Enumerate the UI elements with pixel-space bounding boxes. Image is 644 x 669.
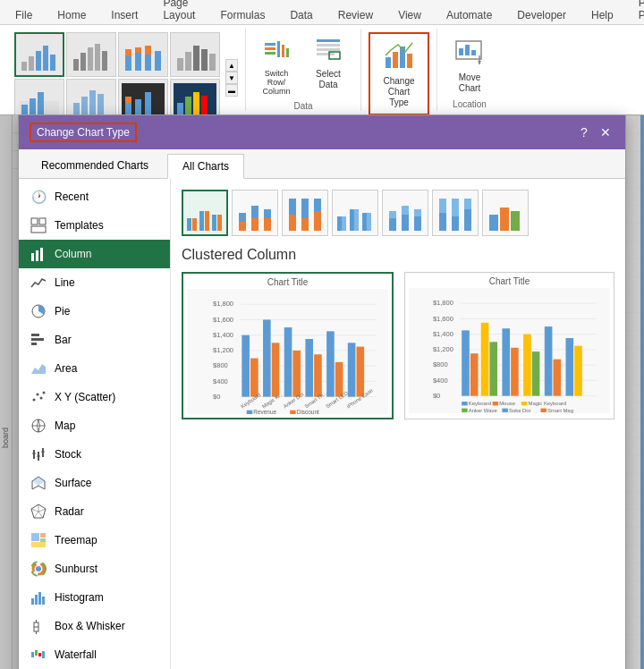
tab-all-charts[interactable]: All Charts — [167, 154, 244, 179]
dialog-title: Change Chart Type — [30, 123, 137, 142]
chart-types-list: 🕐 Recent Templates Column — [19, 179, 171, 669]
chart-style-scroll[interactable]: ▲ ▼ ▬ — [225, 59, 238, 97]
dialog-help-button[interactable]: ? — [575, 123, 593, 141]
chart-type-treemap[interactable]: Treemap — [19, 526, 170, 555]
chart-style-thumb-4[interactable] — [170, 32, 220, 77]
svg-rect-125 — [264, 209, 271, 218]
variant-100-stacked[interactable] — [282, 190, 328, 236]
svg-rect-116 — [192, 218, 197, 231]
chart-style-thumb-1[interactable] — [14, 32, 64, 77]
chart-type-bar[interactable]: Bar — [19, 326, 170, 354]
svg-rect-211 — [532, 351, 540, 396]
select-data-button[interactable]: Select Data — [303, 32, 353, 99]
svg-line-90 — [34, 512, 38, 518]
dialog-body: 🕐 Recent Templates Column — [19, 179, 625, 669]
chart-type-map[interactable]: Map — [19, 411, 170, 440]
svg-rect-65 — [36, 250, 38, 261]
scroll-more[interactable]: ▬ — [225, 84, 238, 97]
chart-type-line[interactable]: Line — [19, 268, 170, 297]
dialog-tabs: Recommended Charts All Charts — [19, 149, 625, 179]
tab-data[interactable]: Data — [278, 4, 324, 25]
variant-3d-100-stacked[interactable] — [432, 190, 479, 236]
svg-rect-215 — [574, 346, 582, 396]
tab-file[interactable]: File — [4, 4, 44, 25]
tab-view[interactable]: View — [386, 4, 433, 25]
variant-clustered-column[interactable] — [182, 190, 228, 236]
variant-3d-clustered[interactable] — [332, 190, 378, 236]
svg-text:Revenue: Revenue — [253, 409, 276, 414]
svg-rect-92 — [31, 533, 39, 541]
tab-home[interactable]: Home — [46, 4, 97, 25]
svg-rect-63 — [31, 226, 46, 233]
tab-help[interactable]: Help — [580, 4, 625, 25]
bar-label: Bar — [55, 334, 72, 346]
svg-text:Soke Dot: Soke Dot — [509, 408, 531, 413]
treemap-icon — [30, 531, 47, 549]
move-chart-button[interactable]: Move Chart — [445, 32, 495, 97]
preview-chart-2[interactable]: Chart Title $1,800 $1,600 $1,400 $1,200 … — [404, 272, 614, 419]
variant-3d-stacked[interactable] — [382, 190, 428, 236]
scroll-up[interactable]: ▲ — [225, 59, 238, 72]
chart-type-templates[interactable]: Templates — [19, 211, 170, 240]
tab-developer[interactable]: Developer — [505, 4, 578, 25]
svg-rect-129 — [301, 199, 309, 218]
chart-type-box-whisker[interactable]: Box & Whisker — [19, 612, 170, 640]
chart-type-stock[interactable]: Stock — [19, 440, 170, 469]
svg-text:$0: $0 — [213, 393, 220, 401]
chart-type-area[interactable]: Area — [19, 354, 170, 383]
svg-text:$1,400: $1,400 — [213, 331, 233, 339]
recent-label: Recent — [55, 191, 89, 203]
svg-rect-120 — [217, 215, 222, 231]
svg-rect-177 — [335, 362, 343, 397]
svg-rect-150 — [464, 209, 471, 231]
chart-type-pie[interactable]: Pie — [19, 297, 170, 326]
tab-insert[interactable]: Insert — [99, 4, 149, 25]
svg-rect-139 — [389, 211, 396, 218]
box-whisker-label: Box & Whisker — [55, 620, 125, 632]
chart-type-histogram[interactable]: Histogram — [19, 583, 170, 612]
tab-automate[interactable]: Automate — [435, 4, 504, 25]
svg-rect-102 — [42, 597, 45, 605]
chart-type-column[interactable]: Column — [19, 240, 170, 268]
svg-rect-68 — [31, 334, 39, 336]
chart-type-xy[interactable]: X Y (Scatter) — [19, 383, 170, 411]
histogram-label: Histogram — [55, 591, 104, 604]
chart-type-radar[interactable]: Radar — [19, 497, 170, 526]
switch-row-col-button[interactable]: Switch Row/Column — [253, 32, 300, 99]
svg-marker-71 — [31, 364, 46, 374]
preview-chart-1[interactable]: Chart Title $1,800 $1,600 $1,400 $1,200 … — [182, 272, 394, 419]
radar-label: Radar — [55, 505, 84, 518]
chart-style-thumb-2[interactable] — [66, 32, 116, 77]
svg-text:Anker Wave: Anker Wave — [469, 408, 498, 413]
tab-page-layout[interactable]: Page Layout — [151, 0, 207, 25]
dialog-close-button[interactable]: ✕ — [597, 123, 614, 141]
variant-stacked-column[interactable] — [232, 190, 278, 236]
chart-type-waterfall[interactable]: Waterfall — [19, 640, 170, 669]
variant-3d-column[interactable] — [482, 190, 529, 236]
radar-icon — [30, 503, 47, 521]
svg-rect-108 — [35, 650, 38, 656]
change-chart-type-button[interactable]: Change Chart Type — [372, 36, 426, 112]
svg-rect-49 — [317, 53, 335, 55]
waterfall-label: Waterfall — [55, 648, 97, 661]
tab-review[interactable]: Review — [326, 4, 385, 25]
chart-type-content: Clustered Column Chart Title $1,800 $1,6… — [171, 179, 625, 669]
svg-rect-42 — [265, 52, 275, 55]
chart-style-thumb-3[interactable] — [118, 32, 168, 77]
tab-recommended-charts[interactable]: Recommended Charts — [26, 153, 164, 178]
line-icon — [30, 274, 47, 292]
chart-type-surface[interactable]: Surface — [19, 469, 170, 497]
dialog-controls: ? ✕ — [575, 123, 614, 141]
svg-rect-107 — [31, 652, 34, 657]
tab-formulas[interactable]: Formulas — [208, 4, 276, 25]
svg-rect-20 — [201, 49, 208, 71]
scroll-down[interactable]: ▼ — [225, 72, 238, 84]
chart-type-sunburst[interactable]: Sunburst — [19, 555, 170, 583]
tab-power-pivot[interactable]: Power Pivot — [627, 0, 644, 25]
main-content: board 1 2 3 Change Chart Type — [0, 115, 644, 669]
chart-type-recent[interactable]: 🕐 Recent — [19, 182, 170, 211]
svg-rect-149 — [464, 199, 471, 209]
stock-icon — [30, 445, 47, 463]
svg-rect-226 — [541, 409, 547, 412]
svg-rect-147 — [452, 199, 459, 216]
